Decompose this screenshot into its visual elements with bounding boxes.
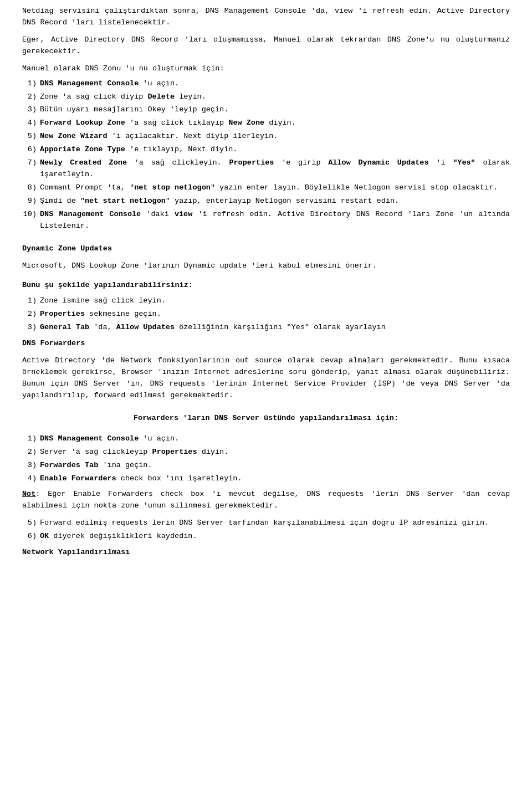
forwarders-subheading: Forwarders 'ların DNS Server üstünde yap… (22, 413, 510, 424)
step-8: 8) Commant Prompt 'ta, "net stop netlogo… (22, 182, 510, 194)
network-heading: Network Yapılandırılması (22, 547, 510, 558)
dns-zone-steps: 1) DNS Management Console 'u açın. 2) Zo… (22, 78, 510, 232)
step-6: 6) Apporiate Zone Type 'e tıklayıp, Next… (22, 144, 510, 156)
step-9: 9) Şimdi de "net start netlogon" yazıp, … (22, 196, 510, 207)
dyn-step-3: 3) General Tab 'da, Allow Updates özelli… (22, 322, 510, 334)
step-4: 4) Forward Lookup Zone 'a sağ click tıkl… (22, 117, 510, 129)
step-1: 1) DNS Management Console 'u açın. (22, 78, 510, 90)
forwarders-steps-2: 5) Forward edilmiş requests lerin DNS Se… (22, 517, 510, 542)
step-7: 7) Newly Created Zone 'a sağ clickleyin.… (22, 157, 510, 181)
page-content: Netdiag servisini çalıştırdıktan sonra, … (22, 6, 510, 558)
step-3: 3) Bütün uyarı mesajlarını Okey 'leyip g… (22, 104, 510, 116)
intro-para2: Eğer, Active Directory DNS Record 'ları … (22, 34, 510, 58)
intro-para1: Netdiag servisini çalıştırdıktan sonra, … (22, 6, 510, 29)
fwd-step-6: 6) OK diyerek değişiklikleri kaydedin. (22, 531, 510, 542)
manual-dns-intro: Manuel olarak DNS Zonu 'u nu oluşturmak … (22, 63, 510, 75)
dns-forwarders-para: Active Directory 'de Network fonksiyonla… (22, 355, 510, 402)
bunu-heading: Bunu şu şekilde yapılandırabilirsiniz: (22, 280, 510, 291)
fwd-step-1: 1) DNS Management Console 'u açın. (22, 433, 510, 445)
fwd-step-5: 5) Forward edilmiş requests lerin DNS Se… (22, 517, 510, 529)
step-5: 5) New Zone Wizard 'ı açılacaktır. Next … (22, 131, 510, 142)
dynamic-zone-steps: 1) Zone ismine sağ click leyin. 2) Prope… (22, 295, 510, 334)
dyn-step-2: 2) Properties sekmesine geçin. (22, 309, 510, 320)
not-text: : Eğer Enable Forwarders check box 'ı me… (22, 490, 510, 510)
fwd-step-4: 4) Enable Forwarders check box 'ını işar… (22, 473, 510, 485)
not-para: Not: Eğer Enable Forwarders check box 'ı… (22, 489, 510, 512)
fwd-step-3: 3) Forwardes Tab 'ına geçin. (22, 460, 510, 471)
dynamic-zone-heading: Dynamic Zone Updates (22, 243, 510, 255)
forwarders-steps: 1) DNS Management Console 'u açın. 2) Se… (22, 433, 510, 485)
step-10: 10) DNS Management Console 'daki view 'i… (22, 209, 510, 232)
dns-forwarders-heading: DNS Forwarders (22, 338, 510, 350)
step-2: 2) Zone 'a sağ click diyip Delete leyin. (22, 91, 510, 103)
not-label: Not (22, 490, 35, 498)
dyn-step-1: 1) Zone ismine sağ click leyin. (22, 295, 510, 307)
fwd-step-2: 2) Server 'a sağ clickleyip Properties d… (22, 447, 510, 458)
dynamic-zone-para: Microsoft, DNS Lookup Zone 'larının Dyna… (22, 260, 510, 272)
